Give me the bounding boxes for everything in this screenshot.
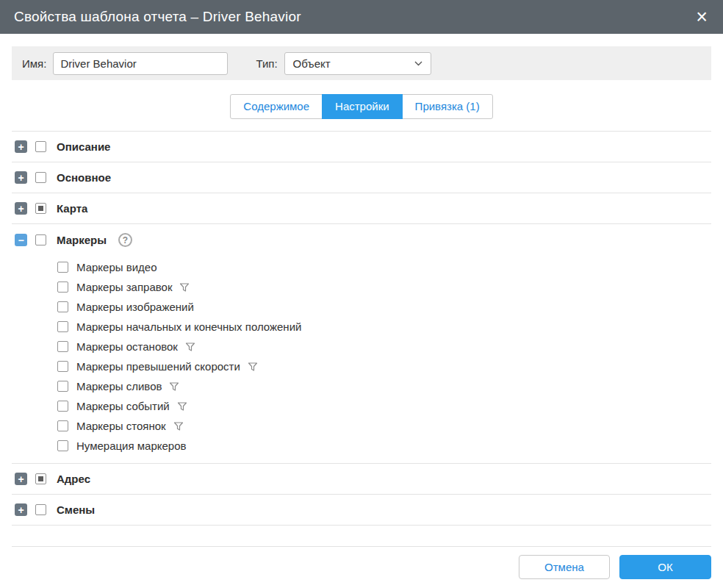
section-row: +Смены (12, 494, 711, 525)
sub-item-label: Маркеры начальных и конечных положений (76, 320, 301, 333)
sub-item-row: Маркеры сливов (57, 376, 711, 396)
tab-settings[interactable]: Настройки (322, 94, 403, 119)
sub-item-label: Маркеры превышений скорости (76, 360, 240, 373)
chevron-down-icon (414, 61, 422, 66)
section-row: +Адрес (12, 463, 711, 494)
sub-item-label: Маркеры стоянок (76, 420, 166, 432)
section-checkbox[interactable] (35, 203, 46, 214)
sub-item-checkbox[interactable] (57, 262, 68, 273)
section-label: Карта (57, 202, 87, 215)
section-label: Основное (57, 171, 111, 184)
section-label: Смены (57, 503, 95, 516)
sub-item-label: Маркеры остановок (76, 340, 178, 353)
filter-icon[interactable] (173, 421, 184, 431)
sub-item-row: Маркеры остановок (57, 337, 711, 356)
collapse-icon[interactable]: − (15, 234, 27, 246)
form-bar: Имя: Тип: Объект (12, 46, 711, 80)
filter-icon[interactable] (179, 282, 190, 293)
sub-item-checkbox[interactable] (57, 361, 68, 372)
sub-item-row: Маркеры видео (57, 257, 711, 277)
expand-icon[interactable]: + (15, 140, 27, 153)
close-icon[interactable]: × (694, 7, 709, 27)
filter-icon[interactable] (185, 342, 195, 352)
dialog-footer: Отмена ОК (12, 546, 711, 579)
sub-item-checkbox[interactable] (57, 282, 68, 293)
filter-icon[interactable] (169, 381, 179, 392)
sub-item-checkbox[interactable] (57, 420, 68, 431)
sub-item-label: Маркеры заправок (76, 281, 172, 293)
section-row: +Описание (12, 131, 711, 162)
tab-content[interactable]: Содержимое (230, 94, 323, 119)
cancel-button[interactable]: Отмена (519, 555, 610, 579)
sections-list: +Описание+Основное+Карта−Маркеры?Маркеры… (12, 131, 711, 526)
type-label: Тип: (256, 57, 277, 70)
sub-item-row: Маркеры событий (57, 396, 711, 416)
section-checkbox[interactable] (35, 172, 46, 183)
expand-icon[interactable]: + (15, 202, 27, 215)
dialog-title: Свойства шаблона отчета – Driver Behavio… (14, 9, 301, 25)
sub-item-checkbox[interactable] (57, 301, 68, 312)
section-label: Адрес (57, 473, 90, 485)
ok-button[interactable]: ОК (619, 555, 711, 579)
type-select-value: Объект (293, 57, 331, 70)
expand-icon[interactable]: + (15, 473, 27, 485)
sub-item-label: Нумерация маркеров (76, 440, 187, 452)
section-label: Описание (57, 140, 110, 153)
sub-item-row: Маркеры начальных и конечных положений (57, 317, 711, 337)
name-input[interactable] (53, 52, 228, 75)
dialog-header: Свойства шаблона отчета – Driver Behavio… (0, 0, 723, 34)
tabs-bar: Содержимое Настройки Привязка (1) (0, 94, 723, 119)
section-label: Маркеры (57, 234, 107, 246)
filter-icon[interactable] (248, 362, 258, 372)
sub-item-label: Маркеры сливов (76, 380, 162, 392)
sub-item-row: Маркеры заправок (57, 277, 711, 297)
filter-icon[interactable] (177, 401, 187, 412)
sub-item-checkbox[interactable] (57, 321, 68, 332)
sub-item-label: Маркеры изображений (76, 301, 194, 313)
sub-item-row: Маркеры изображений (57, 297, 711, 317)
sub-item-checkbox[interactable] (57, 381, 68, 392)
sub-item-row: Маркеры стоянок (57, 416, 711, 436)
sub-item-checkbox[interactable] (57, 401, 68, 412)
sub-item-checkbox[interactable] (57, 341, 68, 352)
type-select[interactable]: Объект (284, 52, 431, 75)
section-checkbox[interactable] (35, 141, 46, 152)
section-checkbox[interactable] (35, 504, 46, 515)
sub-item-checkbox[interactable] (57, 440, 68, 451)
section-checkbox[interactable] (35, 473, 46, 484)
tab-binding[interactable]: Привязка (1) (402, 94, 493, 119)
section-children: Маркеры видеоМаркеры заправокМаркеры изо… (12, 256, 711, 463)
section-row: +Карта (12, 193, 711, 223)
section-row: +Основное (12, 162, 711, 193)
expand-icon[interactable]: + (15, 503, 27, 516)
sub-item-label: Маркеры событий (76, 400, 170, 412)
expand-icon[interactable]: + (15, 171, 27, 184)
section-row: −Маркеры? (12, 223, 711, 256)
name-label: Имя: (22, 57, 46, 70)
sub-item-label: Маркеры видео (76, 261, 157, 273)
sub-item-row: Маркеры превышений скорости (57, 356, 711, 376)
sub-item-row: Нумерация маркеров (57, 436, 711, 456)
help-icon[interactable]: ? (118, 233, 132, 247)
section-checkbox[interactable] (35, 234, 46, 245)
